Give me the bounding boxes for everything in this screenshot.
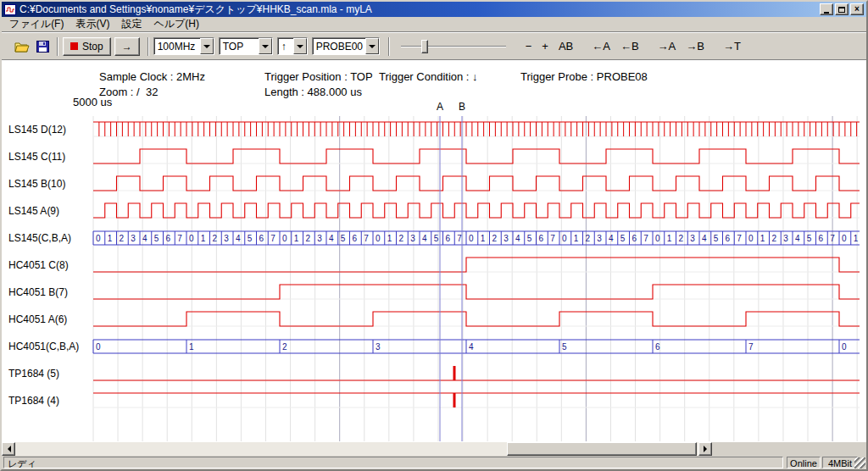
channel-label: LS145(C,B,A) xyxy=(8,231,71,245)
svg-text:4: 4 xyxy=(469,342,474,352)
zoom-in-button[interactable]: + xyxy=(537,38,553,54)
scrollbar-thumb[interactable] xyxy=(507,442,697,456)
channel-row xyxy=(93,203,860,218)
channel-label: LS145 C(11) xyxy=(8,150,65,163)
waveform-display[interactable]: 0123456701234567012345670123456701234567… xyxy=(2,60,866,443)
svg-text:0: 0 xyxy=(748,234,754,243)
goto-b-right-button[interactable]: →B xyxy=(682,38,709,54)
scroll-left-button[interactable] xyxy=(2,442,15,456)
svg-text:0: 0 xyxy=(96,342,101,352)
svg-text:4: 4 xyxy=(795,234,800,243)
horizontal-scrollbar-row xyxy=(2,442,866,456)
menu-view[interactable]: 表示(V) xyxy=(70,16,115,32)
channel-row: 012345670 xyxy=(93,340,860,353)
svg-text:7: 7 xyxy=(830,234,835,243)
stop-button[interactable]: Stop xyxy=(63,37,111,56)
trigger-position-value: TOP xyxy=(220,38,259,54)
sample-rate-combo[interactable]: 100MHz xyxy=(153,37,214,55)
maximize-button[interactable] xyxy=(835,3,849,15)
svg-text:6: 6 xyxy=(353,234,358,243)
statusbar: レディ Online 4MBit xyxy=(2,456,866,469)
svg-text:0: 0 xyxy=(842,342,847,352)
trigger-probe-combo[interactable]: PROBE00 xyxy=(312,37,380,55)
svg-text:1: 1 xyxy=(294,234,299,243)
horizontal-scrollbar[interactable] xyxy=(2,442,712,456)
svg-text:0: 0 xyxy=(376,234,381,243)
channel-row xyxy=(93,312,860,326)
svg-text:0: 0 xyxy=(655,234,660,243)
run-button[interactable]: → xyxy=(114,37,140,56)
svg-text:3: 3 xyxy=(504,234,509,243)
triangle-left-icon xyxy=(4,446,11,452)
goto-a-right-button[interactable]: →A xyxy=(654,38,681,54)
trigger-probe-value: PROBE00 xyxy=(313,38,365,54)
slider-thumb[interactable] xyxy=(421,40,428,53)
svg-text:3: 3 xyxy=(597,234,602,243)
svg-text:1: 1 xyxy=(189,342,194,352)
svg-text:5: 5 xyxy=(154,234,159,243)
channel-label: LS145 A(9) xyxy=(8,204,59,218)
svg-text:2: 2 xyxy=(679,234,684,243)
svg-text:7: 7 xyxy=(457,234,462,243)
save-floppy-icon xyxy=(36,41,49,53)
svg-text:4: 4 xyxy=(236,234,241,243)
zoom-slider[interactable] xyxy=(399,37,508,56)
svg-text:7: 7 xyxy=(643,234,648,243)
channel-label: HC4051(C,B,A) xyxy=(8,340,79,353)
chevron-down-icon[interactable] xyxy=(200,38,214,54)
svg-text:7: 7 xyxy=(737,234,742,243)
channel-row xyxy=(93,149,860,163)
svg-text:1: 1 xyxy=(201,234,206,243)
channel-row xyxy=(93,366,860,380)
svg-text:4: 4 xyxy=(609,234,614,243)
channel-row: 0123456701234567012345670123456701234567… xyxy=(93,231,860,245)
svg-text:1: 1 xyxy=(854,234,859,243)
svg-text:2: 2 xyxy=(399,234,404,243)
toolbar-separator xyxy=(388,37,390,56)
svg-text:0: 0 xyxy=(96,234,101,243)
open-button[interactable] xyxy=(12,37,32,56)
goto-a-left-button[interactable]: ←A xyxy=(587,38,615,54)
chevron-down-icon[interactable] xyxy=(365,38,379,54)
trigger-edge-combo[interactable]: ↑ xyxy=(277,37,308,55)
channel-label: HC4051 A(6) xyxy=(8,313,67,326)
menu-file[interactable]: ファイル(F) xyxy=(3,16,70,32)
svg-text:2: 2 xyxy=(492,234,498,243)
channel-label: TP1684 (4) xyxy=(8,394,59,407)
ab-button[interactable]: AB xyxy=(554,38,577,54)
svg-text:5: 5 xyxy=(527,234,532,243)
resize-grip[interactable] xyxy=(854,457,865,468)
save-button[interactable] xyxy=(32,37,53,56)
channel-row xyxy=(93,285,860,299)
svg-text:6: 6 xyxy=(259,234,264,243)
toolbar-separator xyxy=(147,37,149,56)
scroll-right-button[interactable] xyxy=(698,442,712,456)
svg-text:0: 0 xyxy=(189,234,194,243)
svg-text:7: 7 xyxy=(550,234,555,243)
chevron-down-icon[interactable] xyxy=(259,38,272,54)
svg-text:B: B xyxy=(459,101,465,113)
menu-help[interactable]: ヘルプ(H) xyxy=(147,16,205,32)
menubar: ファイル(F) 表示(V) 設定 ヘルプ(H) xyxy=(2,17,866,32)
svg-text:7: 7 xyxy=(748,342,754,352)
svg-text:3: 3 xyxy=(317,234,322,243)
app-icon xyxy=(4,4,16,15)
trigger-edge-value: ↑ xyxy=(278,38,293,54)
goto-trigger-button[interactable]: →T xyxy=(719,38,745,54)
svg-text:4: 4 xyxy=(329,234,334,243)
menu-settings[interactable]: 設定 xyxy=(115,16,147,32)
zoom-out-button[interactable]: − xyxy=(521,38,537,54)
svg-text:4: 4 xyxy=(702,234,707,243)
triangle-right-icon xyxy=(704,446,710,452)
close-button[interactable]: × xyxy=(850,3,864,15)
svg-text:3: 3 xyxy=(376,342,381,352)
chevron-down-icon[interactable] xyxy=(293,38,307,54)
minimize-button[interactable] xyxy=(820,3,833,15)
svg-text:0: 0 xyxy=(562,234,567,243)
svg-text:1: 1 xyxy=(387,234,392,243)
goto-b-left-button[interactable]: ←B xyxy=(616,38,643,54)
svg-text:5: 5 xyxy=(341,234,346,243)
toolbar-separator xyxy=(57,37,58,56)
trigger-position-combo[interactable]: TOP xyxy=(219,37,273,55)
channel-labels: LS145 D(12)LS145 C(11)LS145 B(10)LS145 A… xyxy=(2,60,93,442)
